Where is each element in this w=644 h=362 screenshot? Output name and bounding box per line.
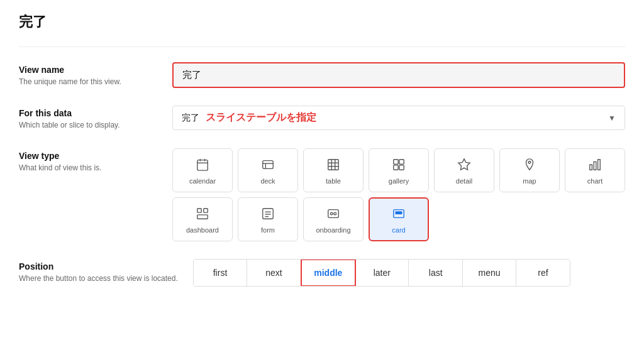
card-icon — [392, 207, 406, 222]
svg-rect-32 — [396, 212, 402, 215]
position-desc: Where the button to access this view is … — [19, 273, 178, 284]
for-this-data-content: 完了 スライステーブルを指定 ▼ — [172, 106, 625, 130]
page-title: 完了 — [19, 13, 625, 31]
view-name-section: View name The unique name for this view. — [19, 62, 625, 88]
card-label: card — [392, 226, 405, 234]
position-middle[interactable]: middle — [301, 259, 356, 287]
dropdown-value: 完了 — [182, 112, 199, 124]
view-type-dashboard[interactable]: dashboard — [172, 197, 233, 241]
table-label: table — [326, 177, 341, 185]
svg-rect-22 — [204, 209, 208, 212]
deck-label: deck — [260, 177, 275, 185]
for-this-data-label-group: For this data Which table or slice to di… — [19, 106, 157, 131]
svg-rect-15 — [399, 165, 404, 170]
calendar-icon — [196, 158, 209, 173]
view-name-label: View name — [19, 65, 157, 75]
dashboard-label: dashboard — [186, 226, 219, 234]
map-icon — [523, 158, 536, 173]
svg-rect-24 — [263, 209, 274, 219]
view-type-chart[interactable]: chart — [565, 148, 625, 192]
dashboard-icon — [196, 207, 209, 222]
svg-rect-18 — [590, 165, 592, 170]
form-icon — [261, 207, 275, 222]
position-last[interactable]: last — [409, 260, 462, 286]
detail-icon — [457, 158, 471, 173]
for-this-data-label: For this data — [19, 108, 157, 118]
onboarding-icon — [326, 207, 340, 222]
onboarding-label: onboarding — [316, 226, 350, 234]
for-this-data-desc: Which table or slice to display. — [19, 120, 157, 131]
position-menu[interactable]: menu — [463, 260, 516, 286]
deck-icon — [261, 158, 275, 173]
chart-label: chart — [587, 177, 602, 185]
svg-marker-16 — [458, 159, 470, 170]
svg-rect-19 — [594, 162, 596, 170]
data-dropdown[interactable]: 完了 スライステーブルを指定 ▼ — [172, 106, 625, 130]
view-type-label-group: View type What kind of view this is. — [19, 148, 157, 173]
view-name-desc: The unique name for this view. — [19, 77, 157, 87]
view-type-detail[interactable]: detail — [434, 148, 494, 192]
view-type-onboarding[interactable]: onboarding — [303, 197, 364, 241]
svg-point-30 — [334, 212, 336, 215]
gallery-icon — [392, 158, 406, 173]
view-type-grid: calendar deck — [172, 148, 625, 241]
view-type-card[interactable]: card — [369, 197, 429, 241]
map-label: map — [523, 177, 536, 185]
position-label: Position — [19, 261, 178, 272]
detail-label: detail — [456, 177, 472, 185]
calendar-label: calendar — [189, 177, 216, 185]
position-ref[interactable]: ref — [516, 260, 569, 286]
position-next[interactable]: next — [247, 260, 301, 286]
view-type-section: View type What kind of view this is. cal… — [19, 148, 625, 241]
svg-point-29 — [330, 212, 333, 215]
svg-rect-21 — [197, 209, 201, 212]
svg-rect-0 — [197, 160, 208, 170]
gallery-label: gallery — [389, 177, 409, 185]
view-type-form[interactable]: form — [238, 197, 298, 241]
view-type-content: calendar deck — [172, 148, 625, 241]
view-type-map[interactable]: map — [499, 148, 560, 192]
svg-point-17 — [528, 162, 531, 164]
position-later[interactable]: later — [355, 260, 409, 286]
view-name-content — [172, 62, 625, 88]
chart-icon — [588, 158, 602, 173]
svg-rect-20 — [598, 160, 601, 170]
svg-rect-23 — [197, 215, 208, 219]
view-type-label: View type — [19, 151, 157, 161]
position-content: first next middle later last menu ref — [193, 259, 625, 287]
table-icon — [326, 158, 340, 173]
for-this-data-section: For this data Which table or slice to di… — [19, 106, 625, 131]
svg-rect-7 — [328, 160, 339, 170]
svg-rect-12 — [394, 160, 398, 164]
form-label: form — [261, 226, 275, 234]
view-name-label-group: View name The unique name for this view. — [19, 62, 157, 87]
view-name-input[interactable] — [172, 62, 625, 88]
svg-rect-13 — [399, 160, 404, 164]
view-type-calendar[interactable]: calendar — [172, 148, 233, 192]
svg-rect-4 — [263, 161, 274, 169]
view-type-deck[interactable]: deck — [238, 148, 298, 192]
dropdown-arrow-icon: ▼ — [608, 114, 616, 123]
position-group: first next middle later last menu ref — [193, 259, 570, 287]
dropdown-annotation: スライステーブルを指定 — [206, 111, 602, 124]
view-type-table[interactable]: table — [303, 148, 364, 192]
divider — [19, 47, 625, 47]
svg-rect-28 — [328, 210, 339, 218]
position-first[interactable]: first — [194, 260, 247, 286]
view-type-gallery[interactable]: gallery — [369, 148, 429, 192]
svg-rect-14 — [394, 165, 398, 170]
position-section: Position Where the button to access this… — [19, 259, 625, 287]
position-label-group: Position Where the button to access this… — [19, 259, 178, 284]
view-type-desc: What kind of view this is. — [19, 163, 157, 173]
